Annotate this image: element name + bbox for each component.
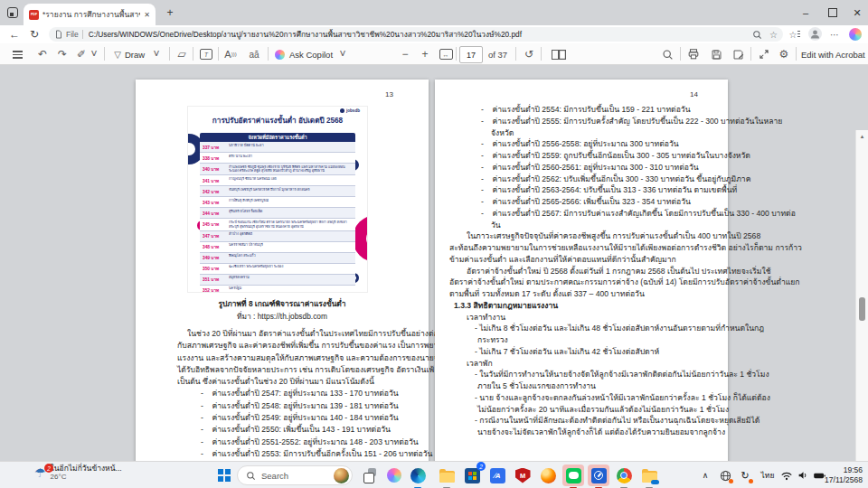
text-line: - ค่าแรงขั้นต่ำปี 2562: ปรับเพิ่มขึ้นอีก…: [449, 174, 717, 185]
edit-with-acrobat-button[interactable]: Edit with Acrobat: [801, 45, 865, 63]
zoom-out-button[interactable]: −: [398, 45, 412, 63]
blue-a-app-icon[interactable]: ∕A: [486, 465, 508, 486]
text-line: กระทรวง: [449, 334, 717, 346]
tray-date: 17/11/2568: [825, 475, 863, 485]
province-list: กาญจนบุรี ชัยนาท นครพนม เลย: [227, 175, 355, 185]
text-line: 1.3.3 สิทธิตามกฎหมายแรงงาน: [449, 300, 717, 312]
read-aloud-icon[interactable]: A))): [222, 45, 239, 63]
language-indicator[interactable]: ไทย: [758, 467, 778, 483]
refresh-icon[interactable]: ↻: [27, 28, 42, 41]
wage-table-row: 337 บาท นราธิวาส ปัตตานี ยะลา: [200, 142, 355, 153]
undo-icon[interactable]: ↶: [34, 45, 51, 63]
pdf-page-13: 13 jobsdb การปรับอัตราค่าแรงขั้นต่ำ อัปเ…: [136, 80, 429, 461]
wage-table-row: 345 บาท กระบี่ ขอนแก่น เชียงใหม่ ตราด นค…: [200, 219, 355, 230]
copilot-sidebar-icon[interactable]: [848, 27, 863, 42]
favorites-bar-icon[interactable]: ☆: [788, 28, 801, 41]
gauge-app-icon[interactable]: [588, 465, 609, 486]
text-line: จังหวัด: [449, 127, 717, 139]
taskbar-search-box[interactable]: Search: [237, 465, 353, 485]
page-view-icon[interactable]: [546, 45, 564, 63]
tray-network-icon[interactable]: [718, 467, 732, 483]
text-line: - ค่าแรงขั้นต่ำปี 2548: อยู่ที่ประมาณ 13…: [177, 400, 421, 412]
text-line: - ไม่เกิน 8 ชั่วโมงต่อวัน และไม่เกิน 48 …: [449, 323, 717, 334]
province-list: ลำปาง อุตรดิตถ์: [227, 231, 355, 241]
redo-icon[interactable]: ↷: [54, 45, 71, 63]
store-app-icon[interactable]: 2: [461, 465, 483, 486]
copilot-icon[interactable]: [273, 45, 286, 63]
add-favorite-star-icon[interactable]: ☆: [769, 30, 778, 40]
line-app-icon[interactable]: [562, 465, 584, 486]
new-tab-button[interactable]: +: [163, 5, 177, 20]
zoom-in-button[interactable]: +: [418, 45, 432, 63]
translate-icon[interactable]: aă: [246, 45, 262, 63]
search-icon[interactable]: [659, 45, 675, 63]
ask-copilot-chevron-icon[interactable]: ˅: [338, 45, 347, 63]
text-line: - ค่าแรงขั้นต่ำปี 2556-2558: อยู่ที่ประม…: [449, 138, 717, 150]
divider: [796, 47, 797, 61]
window-close-button[interactable]: ✕: [846, 0, 868, 25]
draw-chevron-icon[interactable]: ˅: [152, 45, 161, 63]
zoom-page-icon[interactable]: [752, 30, 762, 40]
speaker-icon[interactable]: [796, 467, 810, 483]
scroll-up-icon[interactable]: ▴: [856, 133, 868, 140]
divider: [218, 47, 219, 61]
text-line: - ค่าแรงขั้นต่ำปี 2553: มีการปรับขึ้นอีก…: [177, 448, 421, 460]
add-text-icon[interactable]: T: [198, 45, 214, 63]
mcafee-shield-icon[interactable]: M: [512, 465, 533, 486]
edge-app-icon[interactable]: [407, 465, 429, 486]
tab-close-icon[interactable]: ✕: [144, 11, 150, 19]
text-line: ได้รับอิทธิพลจากปัจจัยหลายประการ เช่น กา…: [177, 364, 421, 376]
highlight-chevron-icon[interactable]: ˅: [90, 45, 99, 63]
ask-copilot-label[interactable]: Ask Copilot: [289, 45, 333, 63]
tab-actions-icon[interactable]: [7, 7, 18, 18]
url-text: C:/Users/WINDOWS/OneDrive/Desktop/งานปู/…: [89, 28, 752, 41]
onedrive-folder-icon[interactable]: [638, 465, 660, 486]
text-line: - ค่าแรงขั้นต่ำปี 2551-2552: อยู่ที่ประม…: [177, 436, 421, 448]
divider: [268, 47, 269, 61]
chrome-app-icon[interactable]: [613, 465, 635, 486]
weather-widget[interactable]: ☂2 ในอีกไม่กี่วันข้างหน้... 26°C: [34, 464, 122, 482]
draw-icon[interactable]: ▽: [110, 45, 125, 63]
draw-label[interactable]: Draw: [125, 45, 145, 63]
browser-menu-icon[interactable]: ⋯: [827, 28, 842, 41]
wage-value: 343 บาท: [200, 197, 227, 207]
save-icon[interactable]: [708, 45, 724, 63]
highlight-icon[interactable]: ✐: [74, 45, 89, 63]
wifi-icon[interactable]: [779, 467, 794, 483]
clock-widget[interactable]: 19:56 17/11/2568: [825, 465, 863, 485]
province-list: ตรัง น่าน พะเยา: [227, 153, 355, 163]
window-minimize-button[interactable]: –: [792, 0, 819, 25]
task-view-button[interactable]: [360, 465, 382, 486]
province-list: กาฬสินธุ์ สิงห์บุรี เพชรบูรณ์: [227, 197, 355, 207]
page-number-input[interactable]: 17: [459, 46, 483, 63]
province-list: กำแพงเพชร ชัยภูมิ ชุมพร เชียงราย บุรีรัม…: [227, 164, 355, 174]
window-maximize-button[interactable]: [819, 0, 846, 25]
province-list: นครราชสีมา ปราจีนบุรี: [227, 242, 355, 252]
search-daily-image[interactable]: [334, 468, 349, 483]
copilot-app-icon[interactable]: [383, 465, 405, 486]
divider: [169, 47, 170, 61]
toc-icon[interactable]: [9, 45, 25, 63]
profile-avatar[interactable]: [808, 27, 822, 41]
scrollbar-thumb[interactable]: [859, 297, 865, 321]
fit-to-width-icon[interactable]: ↔: [438, 45, 454, 63]
browser-tab[interactable]: PDF *รายงาน การศึกษางานพื้นสาขาวิชาชีพ ✕: [24, 4, 156, 25]
wage-table-row: 349 บาท พิษณุโลก สระแก้ว: [200, 253, 355, 264]
eraser-icon[interactable]: ▱: [175, 45, 189, 63]
print-icon[interactable]: [685, 45, 702, 63]
back-icon[interactable]: ←: [7, 28, 22, 41]
pdf-scrollbar[interactable]: ▴ ▾: [855, 130, 868, 461]
wage-table-row: 342 บาท จันทบุรี เพชรบุรี นครสวรรค์ บึงก…: [200, 186, 355, 197]
tray-sync-icon[interactable]: ↻: [738, 467, 752, 483]
file-explorer-icon[interactable]: [436, 465, 458, 486]
wage-value: 344 บาท: [200, 208, 227, 218]
firefox-app-icon[interactable]: [537, 465, 559, 486]
address-bar[interactable]: File C:/Users/WINDOWS/OneDrive/Desktop/ง…: [49, 27, 783, 42]
fullscreen-icon[interactable]: [756, 45, 772, 63]
wage-table-row: 350 บาท ฉะเชิงเทรา พระนครศรีอยุธยา ระยอง: [200, 264, 355, 275]
rotate-icon[interactable]: ↺: [521, 45, 537, 63]
start-button[interactable]: [213, 465, 235, 486]
tray-chevron-up-icon[interactable]: ∧: [698, 467, 712, 483]
save-as-icon[interactable]: [730, 45, 746, 63]
settings-gear-icon[interactable]: ⚙: [776, 45, 792, 63]
